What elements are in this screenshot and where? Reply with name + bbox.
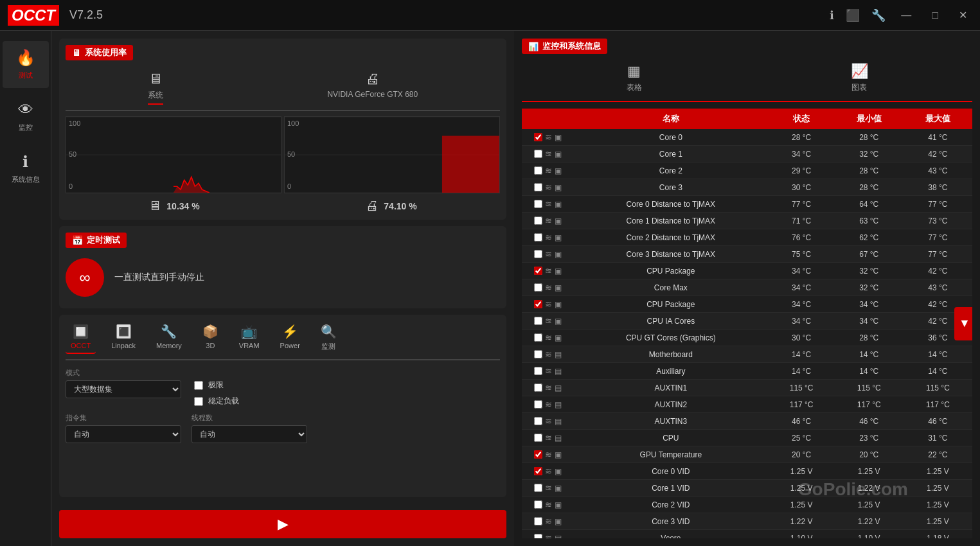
sidebar-label-test: 测试 <box>19 71 33 80</box>
row-checkbox[interactable] <box>534 233 542 242</box>
window-controls: — □ ✕ <box>896 6 972 24</box>
extreme-checkbox[interactable] <box>194 381 203 390</box>
maximize-button[interactable]: □ <box>927 7 943 24</box>
row-checkbox[interactable] <box>534 216 542 225</box>
sidebar-item-monitor[interactable]: 👁 监控 <box>3 93 49 140</box>
row-checkbox[interactable] <box>534 467 542 475</box>
close-button[interactable]: ✕ <box>954 6 972 24</box>
camera-icon[interactable]: ⬛ <box>846 8 860 22</box>
test-tab-memory[interactable]: 🔧 Memory <box>151 321 187 354</box>
table-row: ≋▣Core 0 Distance to TjMAX77 °C64 °C77 °… <box>522 196 972 213</box>
filter-button[interactable]: ▼ <box>954 307 972 340</box>
row-graph-icon: ≋ <box>545 466 552 476</box>
row-status: 1.25 V <box>769 463 835 480</box>
data-table-wrapper[interactable]: 名称 状态 最小值 最大值 ≋▣Core 028 °C28 °C41 °C≋▣C… <box>522 109 972 538</box>
thread-group: 线程数 自动 <box>192 413 307 443</box>
row-checkbox[interactable] <box>534 300 542 308</box>
row-min: 67 °C <box>835 246 904 263</box>
chart-right: 100 50 0 <box>284 116 500 193</box>
row-screen-icon: ▣ <box>555 233 562 242</box>
row-controls: ≋▤ <box>527 433 568 443</box>
row-status: 1.25 V <box>769 480 835 497</box>
view-tab-table[interactable]: ▦ 表格 <box>614 60 655 96</box>
test-tab-vram[interactable]: 📺 VRAM <box>234 321 265 354</box>
row-status: 1.22 V <box>769 513 835 530</box>
test-tab-3d[interactable]: 📦 3D <box>197 321 224 354</box>
view-tab-chart[interactable]: 📈 图表 <box>838 60 881 96</box>
row-controls-cell: ≋▣ <box>522 513 573 530</box>
instruction-select[interactable]: 自动 <box>66 425 181 443</box>
row-checkbox[interactable] <box>534 400 542 409</box>
svg-marker-3 <box>66 177 281 193</box>
row-max: 1.25 V <box>904 480 972 497</box>
test-tab-power[interactable]: ⚡ Power <box>275 321 305 354</box>
stat-cpu: 🖥 10.34 % <box>148 198 199 213</box>
row-min: 1.25 V <box>835 497 904 513</box>
col-min: 最小值 <box>835 109 904 129</box>
monitor-header: 📊 监控和系统信息 <box>522 39 972 54</box>
row-screen-icon: ▣ <box>555 150 562 159</box>
system-usage-header: 🖥 系统使用率 <box>66 45 500 60</box>
row-checkbox[interactable] <box>534 517 542 525</box>
row-checkbox[interactable] <box>534 350 542 358</box>
row-status: 77 °C <box>769 196 835 213</box>
usage-tab-system[interactable]: 🖥 系统 <box>148 71 163 105</box>
infinity-button[interactable]: ∞ <box>66 258 104 297</box>
test-tab-occt-label: OCCT <box>71 342 91 349</box>
row-checkbox[interactable] <box>534 450 542 459</box>
row-checkbox[interactable] <box>534 183 542 191</box>
row-checkbox[interactable] <box>534 166 542 175</box>
row-controls: ≋▤ <box>527 383 568 392</box>
row-controls: ≋▣ <box>527 333 568 342</box>
row-name: Auxiliary <box>573 363 769 380</box>
test-tab-monitor[interactable]: 🔍 监测 <box>316 321 342 354</box>
row-min: 1.22 V <box>835 480 904 497</box>
stable-checkbox[interactable] <box>194 397 203 406</box>
row-min: 63 °C <box>835 213 904 229</box>
gpu-stat-value: 74.10 % <box>384 201 416 211</box>
row-graph-icon: ≋ <box>545 383 552 392</box>
test-options-section: 🔲 OCCT 🔳 Linpack 🔧 Memory 📦 3D <box>59 315 506 497</box>
row-graph-icon: ≋ <box>545 316 552 326</box>
row-controls-cell: ≋▣ <box>522 480 573 497</box>
row-checkbox[interactable] <box>534 500 542 509</box>
row-controls-cell: ≋▣ <box>522 179 573 196</box>
row-checkbox[interactable] <box>534 267 542 275</box>
settings-icon[interactable]: 🔧 <box>871 8 886 22</box>
row-checkbox[interactable] <box>534 250 542 258</box>
row-controls: ≋▣ <box>527 166 568 175</box>
row-checkbox[interactable] <box>534 283 542 292</box>
row-checkbox[interactable] <box>534 367 542 375</box>
sidebar-item-sysinfo[interactable]: ℹ 系统信息 <box>3 145 49 192</box>
info-icon[interactable]: ℹ <box>830 8 834 22</box>
row-screen-icon: ▤ <box>555 383 562 392</box>
thread-select[interactable]: 自动 <box>192 425 307 443</box>
row-checkbox[interactable] <box>534 133 542 141</box>
row-graph-icon: ≋ <box>545 366 552 376</box>
row-name: Core 2 <box>573 163 769 179</box>
row-checkbox[interactable] <box>534 417 542 425</box>
row-checkbox[interactable] <box>534 534 542 538</box>
row-max: 77 °C <box>904 196 972 213</box>
test-tab-linpack[interactable]: 🔳 Linpack <box>106 321 141 354</box>
row-checkbox[interactable] <box>534 484 542 492</box>
extreme-label: 极限 <box>208 380 224 391</box>
sidebar-item-test[interactable]: 🔥 测试 <box>3 41 49 88</box>
start-button[interactable]: ▶ <box>59 510 506 538</box>
table-row: ≋▤Vcore1.10 V1.10 V1.18 V <box>522 530 972 539</box>
row-checkbox[interactable] <box>534 200 542 208</box>
chart-right-top: 100 <box>287 119 299 127</box>
test-tab-occt[interactable]: 🔲 OCCT <box>66 321 96 354</box>
row-checkbox[interactable] <box>534 317 542 325</box>
row-controls: ≋▤ <box>527 533 568 538</box>
mode-select[interactable]: 大型数据集 <box>66 380 181 398</box>
row-checkbox[interactable] <box>534 434 542 442</box>
usage-tab-gpu[interactable]: 🖨 NVIDIA GeForce GTX 680 <box>327 71 418 105</box>
minimize-button[interactable]: — <box>896 7 916 24</box>
row-checkbox[interactable] <box>534 150 542 158</box>
row-name: CPU <box>573 430 769 446</box>
row-checkbox[interactable] <box>534 383 542 392</box>
row-status: 46 °C <box>769 413 835 430</box>
table-row: ≋▣CPU GT Cores (Graphics)30 °C28 °C36 °C <box>522 330 972 346</box>
row-checkbox[interactable] <box>534 333 542 342</box>
